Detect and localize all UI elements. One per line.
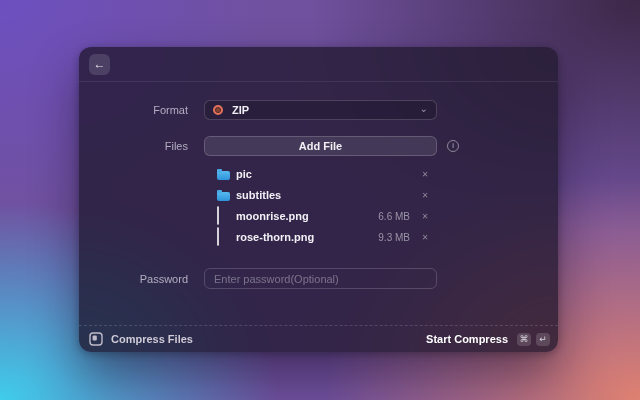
format-selected-value: ZIP — [232, 104, 420, 116]
format-dropdown[interactable]: ZIP ⌄ — [204, 100, 437, 120]
file-list: pic ✕ subtitles ✕ moonrise.png 6.6 MB ✕ — [204, 164, 437, 247]
password-label: Password — [79, 273, 204, 285]
files-row: Files Add File i — [79, 136, 558, 156]
remove-file-icon[interactable]: ✕ — [419, 170, 431, 179]
compress-files-window: ← Format ZIP ⌄ Files Add File i — [79, 47, 558, 352]
remove-file-icon[interactable]: ✕ — [419, 233, 431, 242]
format-row: Format ZIP ⌄ — [79, 100, 558, 120]
file-row-rose-thorn[interactable]: rose-thorn.png 9.3 MB ✕ — [204, 227, 437, 247]
window-header: ← — [79, 47, 558, 82]
format-label: Format — [79, 104, 204, 116]
password-row: Password — [79, 268, 558, 289]
file-name: rose-thorn.png — [236, 231, 378, 243]
file-size: 9.3 MB — [378, 232, 410, 243]
add-file-button[interactable]: Add File — [204, 136, 437, 156]
file-row-pic[interactable]: pic ✕ — [204, 164, 437, 184]
back-button[interactable]: ← — [89, 54, 110, 75]
remove-file-icon[interactable]: ✕ — [419, 191, 431, 200]
password-input[interactable] — [204, 268, 437, 289]
file-row-moonrise[interactable]: moonrise.png 6.6 MB ✕ — [204, 206, 437, 226]
compress-files-app-icon — [89, 332, 103, 346]
app-name: Compress Files — [111, 333, 193, 345]
footer-bar: Compress Files Start Compress ⌘ ↵ — [79, 325, 558, 352]
files-label: Files — [79, 140, 204, 152]
file-name: moonrise.png — [236, 210, 378, 222]
footer-app-info: Compress Files — [89, 332, 193, 346]
form-area: Format ZIP ⌄ Files Add File i pic ✕ — [79, 82, 558, 289]
zip-format-icon — [213, 105, 223, 115]
footer-actions: Start Compress ⌘ ↵ — [426, 333, 550, 346]
desktop-background: ← Format ZIP ⌄ Files Add File i — [0, 0, 640, 400]
cmd-key-icon: ⌘ — [517, 333, 531, 346]
start-compress-button[interactable]: Start Compress — [426, 333, 508, 345]
chevron-down-icon: ⌄ — [420, 104, 428, 114]
back-arrow-icon: ← — [94, 54, 106, 75]
file-name: subtitles — [236, 189, 410, 201]
folder-icon — [217, 171, 230, 180]
info-icon[interactable]: i — [447, 140, 459, 152]
file-row-subtitles[interactable]: subtitles ✕ — [204, 185, 437, 205]
folder-icon — [217, 192, 230, 201]
file-name: pic — [236, 168, 410, 180]
file-size: 6.6 MB — [378, 211, 410, 222]
enter-key-icon: ↵ — [536, 333, 550, 346]
image-thumbnail — [217, 206, 219, 225]
remove-file-icon[interactable]: ✕ — [419, 212, 431, 221]
image-thumbnail — [217, 227, 219, 246]
